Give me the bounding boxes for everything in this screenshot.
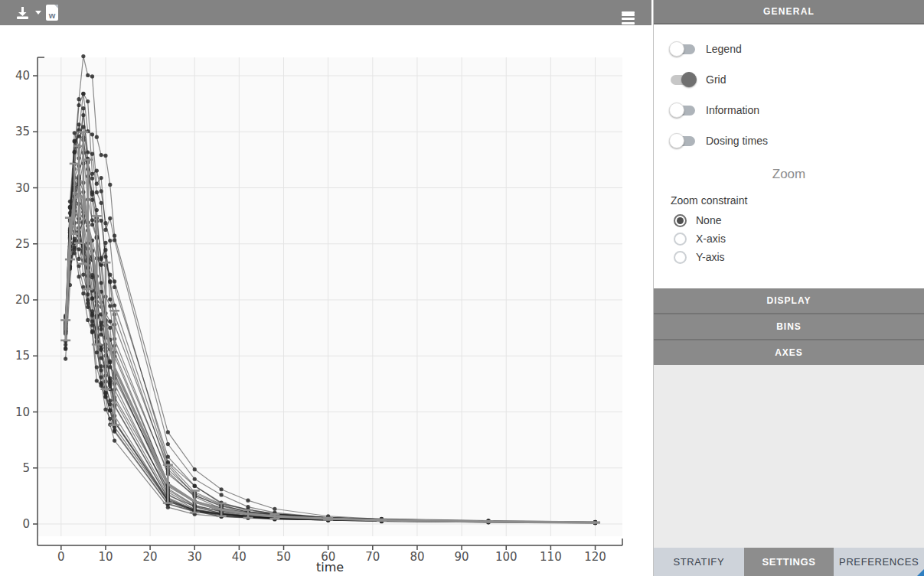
zoom-section-title: Zoom — [654, 167, 924, 182]
y-tick-label: 40 — [15, 69, 30, 83]
panel-section-header-general[interactable]: GENERAL — [654, 0, 924, 24]
x-tick-label: 100 — [495, 550, 518, 564]
x-tick-label: 120 — [584, 550, 606, 564]
y-tick-label: 15 — [15, 349, 30, 363]
toggle-row-grid[interactable]: Grid — [654, 64, 924, 95]
radio-icon[interactable] — [674, 251, 687, 264]
plot-area[interactable]: 0510152025303540010203040506070809010011… — [0, 0, 653, 576]
y-tick-label: 10 — [15, 405, 30, 419]
toggle-label: Grid — [706, 73, 726, 86]
zoom-constraint-label: Zoom constraint — [671, 194, 924, 207]
radio-icon[interactable] — [674, 214, 687, 227]
radio-label: Y-axis — [696, 251, 725, 263]
toolbar-separator — [651, 0, 653, 25]
x-tick-label: 90 — [455, 550, 469, 564]
toggle-switch[interactable] — [671, 136, 695, 146]
toggle-list: Legend Grid Information Dosing times — [654, 34, 924, 156]
accordion-header-display[interactable]: DISPLAY — [654, 288, 924, 314]
accordion-header-bins[interactable]: BINS — [654, 314, 924, 340]
toggle-row-dosing-times[interactable]: Dosing times — [654, 125, 924, 156]
panel-filler — [654, 365, 924, 548]
radio-option-y-axis[interactable]: Y-axis — [654, 248, 924, 266]
x-tick-label: 30 — [188, 550, 202, 564]
resize-grip[interactable] — [917, 569, 924, 576]
x-tick-label: 80 — [410, 550, 424, 564]
radio-label: None — [696, 214, 721, 226]
settings-panel: GENERAL Legend Grid Information Dosing t… — [653, 0, 924, 576]
plot-background — [38, 57, 622, 536]
zoom-constraint-radiogroup: None X-axis Y-axis — [654, 211, 924, 266]
y-tick-label: 25 — [15, 237, 30, 251]
y-tick-label: 0 — [22, 517, 30, 531]
x-tick-label: 110 — [540, 550, 562, 564]
x-tick-label: 10 — [98, 550, 113, 564]
tab-stratify[interactable]: STRATIFY — [654, 548, 744, 576]
pk-spaghetti-plot[interactable]: 0510152025303540010203040506070809010011… — [0, 0, 653, 576]
x-axis-title: time — [316, 560, 344, 574]
y-tick-label: 35 — [15, 125, 30, 138]
y-tick-label: 20 — [15, 293, 30, 307]
x-tick-label: 20 — [143, 550, 158, 564]
radio-icon[interactable] — [674, 233, 687, 246]
x-tick-label: 0 — [57, 550, 65, 564]
accordion-header-axes[interactable]: AXES — [654, 340, 924, 366]
x-tick-label: 50 — [276, 550, 291, 564]
toggle-row-legend[interactable]: Legend — [654, 34, 924, 64]
toggle-switch[interactable] — [671, 106, 695, 116]
toggle-switch[interactable] — [671, 44, 695, 54]
app-window: w 05101520253035400102030405060708090100… — [0, 0, 924, 576]
toggle-row-information[interactable]: Information — [654, 95, 924, 125]
radio-option-x-axis[interactable]: X-axis — [654, 229, 924, 248]
radio-label: X-axis — [696, 233, 726, 245]
toggle-label: Dosing times — [706, 135, 768, 147]
toggle-label: Information — [706, 104, 759, 116]
y-tick-label: 5 — [22, 461, 30, 475]
x-tick-label: 70 — [365, 550, 380, 564]
accordion-list: DISPLAYBINSAXES — [654, 288, 924, 366]
tab-settings[interactable]: SETTINGS — [744, 548, 834, 576]
x-tick-label: 40 — [232, 550, 247, 564]
radio-option-none[interactable]: None — [654, 211, 924, 229]
toggle-switch[interactable] — [671, 75, 695, 85]
tab-preferences[interactable]: PREFERENCES — [834, 548, 924, 576]
toggle-label: Legend — [706, 43, 742, 55]
y-tick-label: 30 — [15, 181, 30, 195]
panel-tabbar: STRATIFYSETTINGSPREFERENCES — [654, 548, 924, 576]
